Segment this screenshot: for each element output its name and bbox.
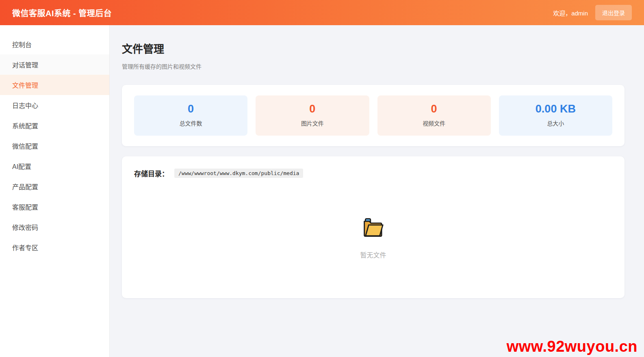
watermark: www.92wuyou.cn: [507, 338, 637, 355]
stats-card: 0 总文件数 0 图片文件 0 视频文件 0.00 KB 总大小: [122, 85, 624, 146]
sidebar-item-files[interactable]: 文件管理: [0, 75, 109, 95]
stat-total-files: 0 总文件数: [134, 95, 247, 136]
storage-dir-label: 存储目录：: [134, 168, 169, 178]
stat-video-files-label: 视频文件: [382, 119, 487, 127]
sidebar: 控制台 对话管理 文件管理 日志中心 系统配置 微信配置 AI配置 产品配置 客…: [0, 25, 110, 357]
sidebar-item-conversations[interactable]: 对话管理: [0, 54, 109, 75]
page-subtitle: 管理所有缓存的图片和视频文件: [122, 62, 624, 70]
sidebar-item-author-zone[interactable]: 作者专区: [0, 237, 109, 257]
stat-total-size-value: 0.00 KB: [503, 103, 608, 115]
stat-video-files-value: 0: [382, 103, 487, 115]
page-title: 文件管理: [122, 41, 624, 56]
storage-dir-path: /www/wwwroot/www.dkym.com/public/media: [174, 169, 303, 178]
stat-total-size-label: 总大小: [503, 119, 608, 127]
stat-image-files: 0 图片文件: [256, 95, 369, 136]
sidebar-item-product-config[interactable]: 产品配置: [0, 176, 109, 197]
header-right: 欢迎，admin 退出登录: [553, 5, 632, 20]
sidebar-item-logs[interactable]: 日志中心: [0, 95, 109, 115]
main-content: 文件管理 管理所有缓存的图片和视频文件 0 总文件数 0 图片文件 0 视频文件…: [110, 25, 644, 357]
welcome-text: 欢迎，admin: [553, 9, 588, 17]
stat-video-files: 0 视频文件: [377, 95, 491, 136]
sidebar-item-service-config[interactable]: 客服配置: [0, 197, 109, 217]
stat-image-files-label: 图片文件: [260, 119, 365, 127]
sidebar-item-wechat-config[interactable]: 微信配置: [0, 136, 109, 156]
app-title: 微信客服AI系统 - 管理后台: [12, 7, 112, 19]
sidebar-item-system-config[interactable]: 系统配置: [0, 115, 109, 136]
sidebar-item-change-password[interactable]: 修改密码: [0, 217, 109, 237]
empty-state: 暂无文件: [134, 218, 612, 260]
storage-dir-row: 存储目录： /www/wwwroot/www.dkym.com/public/m…: [134, 168, 612, 178]
open-folder-icon: [362, 218, 384, 238]
stat-image-files-value: 0: [260, 103, 365, 115]
sidebar-item-dashboard[interactable]: 控制台: [0, 34, 109, 54]
stats-grid: 0 总文件数 0 图片文件 0 视频文件 0.00 KB 总大小: [134, 95, 612, 136]
files-card: 存储目录： /www/wwwroot/www.dkym.com/public/m…: [122, 156, 624, 298]
sidebar-item-ai-config[interactable]: AI配置: [0, 156, 109, 176]
stat-total-size: 0.00 KB 总大小: [499, 95, 612, 136]
logout-button[interactable]: 退出登录: [595, 5, 632, 20]
stat-total-files-label: 总文件数: [138, 119, 243, 127]
empty-state-text: 暂无文件: [134, 250, 612, 260]
stat-total-files-value: 0: [138, 103, 243, 115]
app-header: 微信客服AI系统 - 管理后台 欢迎，admin 退出登录: [0, 0, 644, 25]
